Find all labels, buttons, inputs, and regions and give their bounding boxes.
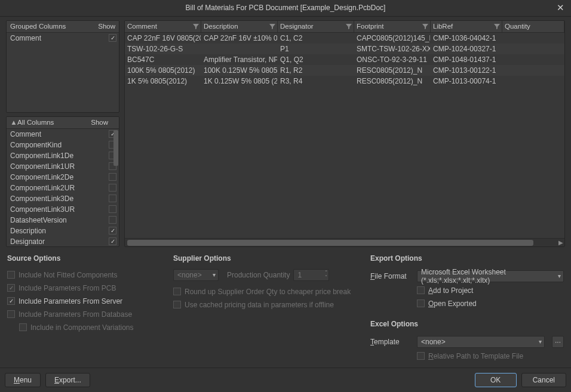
dialog-footer: Menu Export... OK Cancel <box>0 368 571 392</box>
filter-icon[interactable] <box>493 23 501 30</box>
table-cell: Amplifier Transistor, NPI <box>201 54 278 65</box>
table-cell: RESC0805(2012)_N <box>354 65 431 76</box>
chevron-down-icon: ▾ <box>213 271 216 278</box>
grouped-columns-panel: Grouped Columns Show Comment <box>6 20 119 113</box>
col-header-comment[interactable]: Comment <box>125 21 201 32</box>
all-columns-title: All Columns <box>17 119 54 126</box>
table-cell: CMP-1013-00074-1 <box>431 76 502 87</box>
all-columns-row[interactable]: ComponentLink1UR <box>7 161 119 172</box>
all-columns-row[interactable]: Designator <box>7 236 119 246</box>
table-cell <box>502 54 564 65</box>
all-columns-row-label: ComponentLink1De <box>10 152 106 160</box>
table-row[interactable]: 100K 5% 0805(2012)100K 0.125W 5% 0805 (2… <box>125 65 564 76</box>
all-columns-row-checkbox[interactable] <box>109 205 116 213</box>
grouped-columns-header[interactable]: Grouped Columns Show <box>7 21 119 33</box>
filter-icon[interactable] <box>192 23 199 30</box>
all-columns-row[interactable]: DatasheetVersion <box>7 215 119 226</box>
cancel-button[interactable]: Cancel <box>521 373 566 387</box>
close-icon[interactable]: ✕ <box>554 2 566 14</box>
table-cell <box>201 44 278 54</box>
all-columns-row-checkbox[interactable] <box>109 237 116 245</box>
table-cell <box>502 44 564 54</box>
opt-from-pcb: Include Parameters From PCB <box>7 282 161 295</box>
all-columns-row[interactable]: ComponentLink2UR <box>7 183 119 193</box>
menu-button[interactable]: Menu <box>5 373 41 387</box>
col-header-description[interactable]: Description <box>201 21 278 32</box>
chevron-down-icon: ▾ <box>539 338 542 345</box>
export-options-section: Export Options File Format Microsoft Exc… <box>370 254 564 363</box>
scrollbar-thumb[interactable] <box>127 240 533 246</box>
opt-round-up: Round up Supplier Order Qty to cheaper p… <box>173 285 358 298</box>
col-header-libref[interactable]: LibRef <box>431 21 502 32</box>
table-cell: 100K 5% 0805(2012) <box>125 65 201 76</box>
opt-from-server[interactable]: Include Parameters From Server <box>7 295 161 308</box>
template-label: Template <box>370 338 412 346</box>
export-options-title: Export Options <box>370 254 564 263</box>
filter-icon[interactable] <box>269 23 276 30</box>
opt-relative-path: Relative Path to Template File <box>417 350 564 363</box>
checkbox <box>7 271 15 279</box>
checkbox[interactable] <box>7 297 15 305</box>
grouped-row[interactable]: Comment <box>7 33 119 44</box>
col-header-designator[interactable]: Designator <box>278 21 354 32</box>
all-columns-scrollbar[interactable] <box>113 130 118 166</box>
all-columns-row-label: ComponentLink2De <box>10 173 106 181</box>
table-cell: BC547C <box>125 54 201 65</box>
checkbox <box>173 288 181 295</box>
table-cell: 100K 0.125W 5% 0805 (2 <box>201 65 278 76</box>
spinner-icon[interactable]: ˄˅ <box>325 270 327 280</box>
checkbox[interactable] <box>417 300 425 307</box>
supplier-dropdown[interactable]: <none> ▾ <box>173 269 219 281</box>
all-columns-row-checkbox[interactable] <box>109 195 116 202</box>
export-button[interactable]: Export... <box>45 373 90 387</box>
opt-from-db: Include Parameters From Database <box>7 308 161 321</box>
bom-grid: Comment Description Designator Footprint <box>124 20 565 247</box>
all-columns-row[interactable]: ComponentLink3UR <box>7 204 119 215</box>
all-columns-row-checkbox[interactable] <box>109 216 116 224</box>
grid-header-row: Comment Description Designator Footprint <box>125 21 564 33</box>
file-format-dropdown[interactable]: Microsoft Excel Worksheet (*.xls;*.xlsx;… <box>417 270 564 282</box>
ok-button[interactable]: OK <box>475 373 517 387</box>
supplier-options-section: Supplier Options <none> ▾ Production Qua… <box>173 254 358 363</box>
table-row[interactable]: 1K 5% 0805(2012)1K 0.125W 5% 0805 (201R3… <box>125 76 564 87</box>
grouped-row-label: Comment <box>10 34 106 42</box>
table-cell <box>502 65 564 76</box>
table-cell: CMP-1048-01437-1 <box>431 54 502 65</box>
production-qty-input[interactable]: 1 ˄˅ <box>293 269 329 281</box>
all-columns-header[interactable]: ▲ All Columns Show ▲ <box>7 117 119 129</box>
checkbox[interactable] <box>417 286 425 294</box>
all-columns-row[interactable]: ComponentKind <box>7 140 119 150</box>
all-columns-row-label: ComponentLink3UR <box>10 205 106 214</box>
all-columns-row-checkbox[interactable] <box>109 173 116 181</box>
sort-up-icon[interactable]: ▲ <box>10 119 17 126</box>
filter-icon[interactable] <box>345 23 352 30</box>
all-columns-row[interactable]: Description <box>7 226 119 236</box>
table-cell: ONSC-TO-92-3-29-11 <box>354 54 431 65</box>
all-columns-row[interactable]: ComponentLink1De <box>7 150 119 161</box>
opt-open-exported[interactable]: Open Exported <box>417 297 564 310</box>
col-header-footprint[interactable]: Footprint <box>354 21 431 32</box>
opt-add-to-project[interactable]: Add to Project <box>417 284 564 297</box>
table-cell: SMTC-TSW-102-26-XX-S <box>354 44 431 54</box>
table-row[interactable]: CAP 22nF 16V 0805(2012CAP 22nF 16V ±10% … <box>125 33 564 44</box>
grid-horizontal-scrollbar[interactable]: ▶ <box>125 238 564 246</box>
all-columns-row-checkbox[interactable] <box>109 227 116 234</box>
col-header-quantity[interactable]: Quantity <box>502 21 564 32</box>
all-columns-row[interactable]: Comment <box>7 129 119 140</box>
table-cell <box>502 33 564 44</box>
grouped-row-checkbox[interactable] <box>109 34 116 42</box>
table-cell: 1K 5% 0805(2012) <box>125 76 201 87</box>
template-dropdown[interactable]: <none> ▾ <box>417 336 545 348</box>
template-browse-button[interactable]: ··· <box>552 336 564 348</box>
table-row[interactable]: BC547CAmplifier Transistor, NPIQ1, Q2ONS… <box>125 54 564 65</box>
all-columns-row-label: ComponentLink3De <box>10 195 106 203</box>
scroll-right-icon[interactable]: ▶ <box>558 239 563 246</box>
all-columns-row-label: Designator <box>10 237 106 246</box>
all-columns-row[interactable]: ComponentLink2De <box>7 172 119 183</box>
source-options-section: Source Options Include Not Fitted Compon… <box>7 254 161 363</box>
all-columns-row[interactable]: ComponentLink3De <box>7 193 119 204</box>
table-row[interactable]: TSW-102-26-G-SP1SMTC-TSW-102-26-XX-SCMP-… <box>125 44 564 54</box>
filter-icon[interactable] <box>422 23 429 30</box>
all-columns-row-checkbox[interactable] <box>109 184 116 192</box>
chevron-down-icon: ▾ <box>558 273 561 279</box>
